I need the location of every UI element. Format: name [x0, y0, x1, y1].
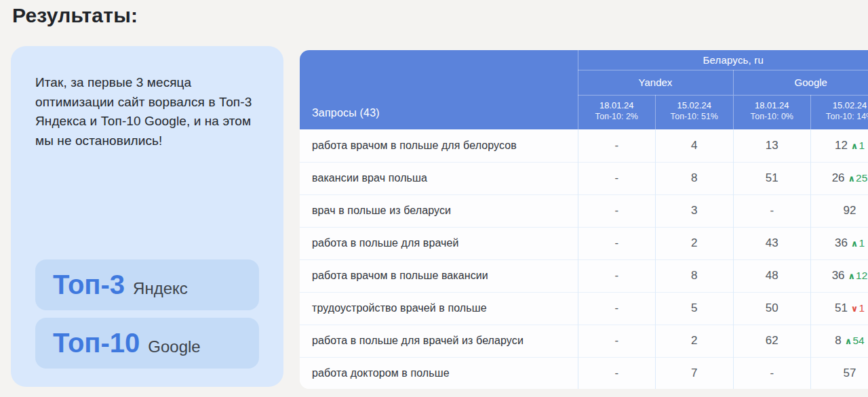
- yandex-pos-1-cell: -: [578, 325, 656, 357]
- google-pos-2-cell: 57: [811, 357, 868, 389]
- query-cell: работа доктором в польше: [300, 357, 578, 389]
- position-value: 92: [844, 204, 856, 217]
- date-label: 15.02.24: [656, 100, 733, 111]
- arrow-up-icon: ∧: [848, 173, 856, 184]
- position-gain-indicator: ∧1: [851, 237, 865, 249]
- position-gain-indicator: ∧1: [851, 140, 865, 151]
- yandex-pos-1-cell: -: [578, 227, 656, 259]
- panel-spacer: [35, 150, 259, 252]
- engine-header-yandex: Yandex: [578, 70, 733, 95]
- google-pos-1-cell: 48: [733, 259, 811, 292]
- query-cell: трудоустройство врачей в польше: [300, 292, 578, 325]
- position-value: 36: [835, 236, 848, 249]
- position-gain-indicator: ∧25: [848, 172, 868, 184]
- query-cell: работа врачом в польше для белорусов: [300, 129, 578, 162]
- rankings-table-scroll-area[interactable]: Запросы (43) Беларусь, ru Yandex Google …: [300, 50, 868, 389]
- arrow-down-icon: ∨: [851, 304, 859, 314]
- arrow-up-icon: ∧: [845, 336, 852, 346]
- google-pos-2-cell: 92: [811, 194, 868, 227]
- position-gain-indicator: ∧54: [845, 335, 865, 346]
- region-header: Беларусь, ru: [578, 50, 868, 70]
- yandex-pos-2-cell: 2: [656, 227, 734, 259]
- date-label: 18.01.24: [734, 100, 811, 111]
- summary-text: Итак, за первые 3 месяца оптимизации сай…: [35, 73, 259, 150]
- rankings-table: Запросы (43) Беларусь, ru Yandex Google …: [300, 50, 868, 389]
- google-pos-1-cell: 51: [733, 162, 811, 194]
- date-label: 18.01.24: [578, 100, 656, 111]
- table-row: вакансии врач польша-85126∧25: [300, 162, 868, 194]
- yandex-pos-2-cell: 2: [656, 325, 734, 357]
- yandex-pos-2-cell: 8: [656, 259, 734, 292]
- badge-value: Топ-10: [53, 318, 140, 369]
- engine-header-google: Google: [733, 70, 868, 95]
- top10-percent-label: Топ-10: 2%: [578, 111, 656, 122]
- table-row: работа доктором в польше-7-57: [300, 357, 868, 389]
- yandex-pos-1-cell: -: [578, 357, 656, 389]
- date-label: 15.02.24: [811, 100, 868, 111]
- date-header-google-2: 15.02.24 Топ-10: 14%: [811, 95, 868, 129]
- query-cell: работа в польше для врачей: [300, 227, 578, 259]
- top10-percent-label: Топ-10: 14%: [811, 111, 868, 122]
- badge-value: Топ-3: [53, 259, 125, 310]
- google-pos-2-cell: 51∨1: [811, 292, 868, 325]
- yandex-pos-1-cell: -: [578, 194, 656, 227]
- yandex-pos-2-cell: 8: [656, 162, 734, 194]
- badge-top10-google: Топ-10 Google: [35, 318, 259, 369]
- yandex-pos-1-cell: -: [578, 129, 656, 162]
- position-value: 51: [835, 301, 848, 314]
- position-value: 26: [832, 171, 845, 184]
- query-cell: вакансии врач польша: [300, 162, 578, 194]
- position-gain-indicator: ∧12: [848, 270, 868, 281]
- table-row: работа в польше для врачей-24336∧1: [300, 227, 868, 259]
- badge-label: Яндекс: [133, 279, 188, 298]
- yandex-pos-2-cell: 3: [656, 194, 734, 227]
- google-pos-2-cell: 12∧1: [811, 129, 868, 162]
- badge-label: Google: [148, 337, 200, 356]
- date-header-yandex-1: 18.01.24 Топ-10: 2%: [578, 95, 656, 129]
- queries-column-header: Запросы (43): [300, 50, 578, 129]
- google-pos-1-cell: 13: [733, 129, 811, 162]
- position-value: 12: [835, 139, 848, 152]
- google-pos-1-cell: 62: [733, 325, 811, 357]
- date-header-yandex-2: 15.02.24 Топ-10: 51%: [656, 95, 734, 129]
- table-header: Запросы (43) Беларусь, ru Yandex Google …: [300, 50, 868, 129]
- summary-panel: Итак, за первые 3 месяца оптимизации сай…: [11, 46, 283, 387]
- table-row: работа врачом в польше для белорусов-413…: [300, 129, 868, 162]
- query-cell: работа врачом в польше вакансии: [300, 259, 578, 292]
- arrow-up-icon: ∧: [851, 141, 859, 151]
- table-row: работа врачом в польше вакансии-84836∧12: [300, 259, 868, 292]
- table-body: работа врачом в польше для белорусов-413…: [300, 129, 868, 389]
- badge-content: Топ-10 Google: [53, 318, 201, 369]
- google-pos-1-cell: 50: [733, 292, 811, 325]
- top10-percent-label: Топ-10: 51%: [656, 111, 733, 122]
- yandex-pos-2-cell: 5: [656, 292, 734, 325]
- google-pos-1-cell: 43: [733, 227, 811, 259]
- top10-percent-label: Топ-10: 0%: [734, 111, 811, 122]
- google-pos-2-cell: 26∧25: [811, 162, 868, 194]
- google-pos-2-cell: 36∧12: [811, 259, 868, 292]
- arrow-up-icon: ∧: [851, 238, 859, 249]
- badge-content: Топ-3 Яндекс: [53, 259, 188, 310]
- badge-top3-yandex: Топ-3 Яндекс: [35, 259, 259, 310]
- query-cell: врач в польше из беларуси: [300, 194, 578, 227]
- position-value: 8: [835, 334, 841, 347]
- yandex-pos-2-cell: 7: [656, 357, 734, 389]
- date-header-google-1: 18.01.24 Топ-10: 0%: [733, 95, 811, 129]
- position-value: 36: [832, 269, 845, 282]
- query-cell: работа в польше для врачей из беларуси: [300, 325, 578, 357]
- yandex-pos-2-cell: 4: [656, 129, 734, 162]
- google-pos-2-cell: 36∧1: [811, 227, 868, 259]
- yandex-pos-1-cell: -: [578, 259, 656, 292]
- google-pos-2-cell: 8∧54: [811, 325, 868, 357]
- google-pos-1-cell: -: [733, 194, 811, 227]
- table-row: работа в польше для врачей из беларуси-2…: [300, 325, 868, 357]
- page-title: Результаты:: [12, 4, 138, 27]
- yandex-pos-1-cell: -: [578, 162, 656, 194]
- google-pos-1-cell: -: [733, 357, 811, 389]
- position-drop-indicator: ∨1: [851, 302, 865, 314]
- table-row: врач в польше из беларуси-3-92: [300, 194, 868, 227]
- yandex-pos-1-cell: -: [578, 292, 656, 325]
- position-value: 57: [844, 367, 856, 379]
- table-row: трудоустройство врачей в польше-55051∨1: [300, 292, 868, 325]
- arrow-up-icon: ∧: [848, 271, 856, 281]
